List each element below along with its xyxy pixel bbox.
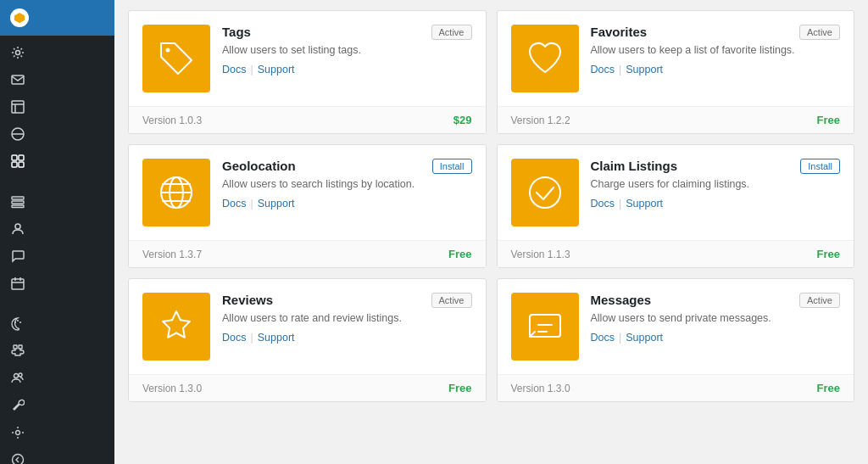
docs-link-geolocation[interactable]: Docs: [222, 198, 246, 210]
svg-point-25: [16, 431, 20, 435]
card-desc-favorites: Allow users to keep a list of favorite l…: [591, 43, 841, 59]
svg-rect-12: [12, 205, 24, 208]
support-link-reviews[interactable]: Support: [258, 332, 295, 344]
sidebar-item-templates[interactable]: [0, 93, 114, 120]
card-info-tags: Tags Active Allow users to set listing t…: [222, 25, 472, 75]
card-top-messages: Messages Active Allow users to send priv…: [498, 279, 854, 374]
svg-rect-3: [12, 101, 24, 113]
docs-link-messages[interactable]: Docs: [591, 332, 615, 344]
bookings-icon: [10, 276, 25, 291]
listings-icon: [10, 194, 25, 210]
sidebar-item-collapse[interactable]: [0, 446, 114, 464]
card-icon-claim-listings: [511, 159, 579, 226]
vendors-icon: [10, 221, 25, 237]
status-badge-tags: Active: [431, 25, 472, 40]
users-icon: [10, 371, 25, 386]
card-price-messages: Free: [817, 382, 840, 394]
card-links-claim-listings: Docs | Support: [591, 198, 841, 210]
links-sep-tags: |: [250, 64, 253, 75]
card-icon-geolocation: [142, 159, 210, 226]
svg-rect-21: [14, 345, 17, 349]
sidebar-item-emails[interactable]: [0, 66, 114, 93]
support-link-claim-listings[interactable]: Support: [626, 198, 663, 210]
extension-card-tags: Tags Active Allow users to set listing t…: [128, 10, 487, 134]
extension-card-claim-listings: Claim Listings Install Charge users for …: [497, 144, 855, 268]
sidebar-item-bookings[interactable]: [0, 270, 114, 297]
card-info-favorites: Favorites Active Allow users to keep a l…: [591, 25, 841, 75]
sidebar-item-vendors[interactable]: [0, 215, 114, 243]
card-price-favorites: Free: [817, 114, 840, 126]
extension-card-favorites: Favorites Active Allow users to keep a l…: [497, 10, 855, 134]
docs-link-tags[interactable]: Docs: [222, 64, 246, 75]
docs-link-claim-listings[interactable]: Docs: [591, 198, 615, 210]
card-bottom-reviews: Version 1.3.0 Free: [129, 374, 486, 401]
sidebar-item-listings[interactable]: [0, 188, 114, 215]
sidebar-item-themes[interactable]: [0, 120, 114, 148]
card-title-claim-listings: Claim Listings: [591, 159, 678, 173]
sidebar-item-plugins[interactable]: [0, 338, 114, 365]
svg-point-26: [13, 455, 24, 465]
install-button-geolocation[interactable]: Install: [432, 159, 472, 174]
card-title-messages: Messages: [591, 293, 652, 307]
sidebar-top-section: [0, 36, 114, 178]
support-link-messages[interactable]: Support: [626, 332, 663, 344]
card-links-favorites: Docs | Support: [591, 64, 841, 75]
card-title-favorites: Favorites: [591, 25, 648, 39]
sidebar-item-testimonials[interactable]: [0, 243, 114, 270]
card-desc-messages: Allow users to send private messages.: [591, 311, 841, 327]
extension-card-messages: Messages Active Allow users to send priv…: [497, 278, 855, 402]
card-icon-messages: [511, 293, 579, 361]
support-link-geolocation[interactable]: Support: [258, 198, 295, 210]
links-sep-favorites: |: [619, 64, 621, 75]
card-icon-tags: [142, 25, 210, 92]
sidebar-bottom-section: [0, 307, 114, 464]
sidebar-item-extensions[interactable]: [0, 148, 114, 175]
card-version-claim-listings: Version 1.1.3: [511, 249, 570, 260]
card-desc-geolocation: Allow users to search listings by locati…: [222, 177, 472, 193]
docs-link-reviews[interactable]: Docs: [222, 332, 246, 344]
support-link-favorites[interactable]: Support: [626, 64, 663, 75]
svg-marker-0: [14, 13, 25, 23]
install-button-claim-listings[interactable]: Install: [800, 159, 840, 174]
card-price-claim-listings: Free: [817, 248, 840, 260]
card-version-tags: Version 1.0.3: [142, 115, 202, 126]
svg-rect-2: [12, 75, 24, 84]
card-icon-favorites: [511, 25, 579, 92]
extensions-grid: Tags Active Allow users to set listing t…: [128, 10, 854, 402]
appearance-icon: [10, 316, 25, 332]
card-top-tags: Tags Active Allow users to set listing t…: [129, 11, 486, 106]
collapse-icon: [10, 452, 25, 464]
card-header-tags: Tags Active: [222, 25, 472, 40]
card-price-reviews: Free: [448, 382, 471, 394]
sidebar-item-tools[interactable]: [0, 392, 114, 419]
docs-link-favorites[interactable]: Docs: [591, 64, 615, 75]
svg-point-23: [14, 374, 19, 378]
emails-icon: [10, 72, 25, 87]
card-links-tags: Docs | Support: [222, 64, 472, 75]
sidebar-item-settings[interactable]: [0, 39, 114, 66]
card-bottom-claim-listings: Version 1.1.3 Free: [498, 240, 854, 267]
sidebar-item-settings2[interactable]: [0, 419, 114, 446]
svg-point-18: [14, 321, 16, 323]
card-header-favorites: Favorites Active: [591, 25, 841, 40]
sidebar-item-users[interactable]: [0, 365, 114, 392]
card-price-tags: $29: [453, 114, 472, 126]
card-links-geolocation: Docs | Support: [222, 198, 472, 210]
card-desc-tags: Allow users to set listing tags.: [222, 43, 472, 59]
hivepress-logo-icon: [10, 8, 29, 27]
testimonials-icon: [10, 249, 25, 264]
links-sep-geolocation: |: [250, 198, 253, 210]
svg-point-27: [166, 48, 170, 53]
sidebar-item-appearance[interactable]: [0, 310, 114, 338]
brand-logo[interactable]: [0, 0, 114, 36]
card-bottom-favorites: Version 1.2.2 Free: [498, 106, 854, 133]
svg-rect-11: [12, 201, 24, 204]
links-sep-messages: |: [619, 332, 621, 344]
extensions-icon: [10, 154, 25, 169]
support-link-tags[interactable]: Support: [258, 64, 295, 75]
card-top-reviews: Reviews Active Allow users to rate and r…: [129, 279, 486, 374]
card-header-messages: Messages Active: [591, 293, 841, 308]
status-badge-reviews: Active: [431, 293, 472, 308]
svg-rect-8: [12, 162, 17, 167]
card-price-geolocation: Free: [448, 248, 471, 260]
